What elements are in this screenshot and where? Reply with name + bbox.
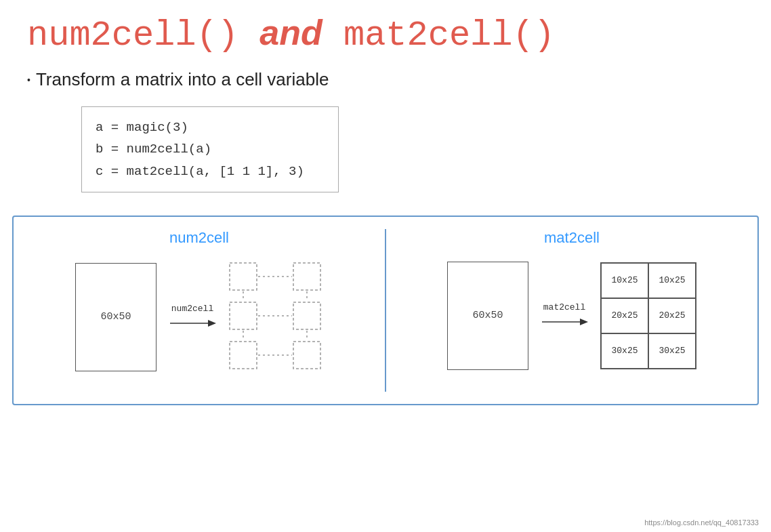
title-and: and — [259, 13, 322, 52]
num2cell-arrow-container: num2cell — [169, 304, 216, 330]
code-line-1: a = magic(3) — [96, 117, 325, 138]
mat2cell-arrow-label: mat2cell — [543, 302, 585, 312]
bullet-section: • Transform a matrix into a cell variabl… — [0, 62, 771, 100]
bullet-text: Transform a matrix into a cell variable — [36, 69, 329, 90]
mat2cell-matrix-size: 60x50 — [472, 310, 503, 321]
mat2cell-side: mat2cell 60x50 mat2cell 10x25 10x25 20x2… — [386, 224, 757, 397]
code-line-3: c = mat2cell(a, [1 1 1], 3) — [96, 161, 325, 182]
svg-rect-4 — [230, 302, 257, 329]
mat2cell-cell-3: 20x25 — [648, 298, 696, 333]
page-title: num2cell() and mat2cell() — [27, 16, 555, 56]
num2cell-label: num2cell — [169, 229, 229, 247]
footer-url: https://blog.csdn.net/qq_40817333 — [644, 518, 759, 527]
code-block: a = magic(3) b = num2cell(a) c = mat2cel… — [81, 106, 339, 192]
mat2cell-arrow-container: mat2cell — [541, 302, 588, 329]
svg-rect-3 — [293, 263, 320, 290]
mat2cell-cell-5: 30x25 — [648, 333, 696, 369]
svg-rect-5 — [293, 302, 320, 329]
svg-marker-16 — [580, 319, 588, 325]
num2cell-matrix-area: 60x50 num2cell — [20, 262, 378, 373]
title-area: num2cell() and mat2cell() — [0, 0, 771, 62]
code-line-2: b = num2cell(a) — [96, 138, 325, 160]
mat2cell-matrix-area: 60x50 mat2cell 10x25 10x25 20x25 20x25 3… — [393, 262, 751, 370]
svg-rect-6 — [230, 342, 257, 369]
svg-marker-1 — [208, 320, 216, 327]
mat2cell-cell-1: 10x25 — [648, 263, 696, 298]
title-part2: mat2cell() — [343, 16, 555, 56]
num2cell-result — [228, 262, 323, 373]
diagram-container: num2cell 60x50 num2cell — [12, 216, 759, 405]
mat2cell-result: 10x25 10x25 20x25 20x25 30x25 30x25 — [600, 262, 696, 369]
bullet-item: • Transform a matrix into a cell variabl… — [27, 69, 744, 90]
mat2cell-label: mat2cell — [544, 229, 600, 247]
num2cell-matrix-size: 60x50 — [100, 311, 131, 323]
mat2cell-cell-4: 30x25 — [601, 333, 648, 369]
svg-rect-7 — [293, 342, 320, 369]
mat2cell-arrow-icon — [541, 315, 588, 329]
num2cell-input-matrix: 60x50 — [75, 263, 157, 371]
num2cell-result-svg — [228, 262, 323, 370]
bullet-dot: • — [27, 75, 30, 85]
num2cell-arrow-icon — [169, 316, 216, 330]
num2cell-arrow-label: num2cell — [171, 304, 213, 314]
mat2cell-cell-0: 10x25 — [601, 263, 648, 298]
svg-rect-2 — [230, 263, 257, 290]
title-part1: num2cell() — [27, 16, 238, 56]
mat2cell-input-matrix: 60x50 — [447, 262, 528, 370]
num2cell-side: num2cell 60x50 num2cell — [14, 224, 385, 397]
mat2cell-cell-2: 20x25 — [601, 298, 648, 333]
